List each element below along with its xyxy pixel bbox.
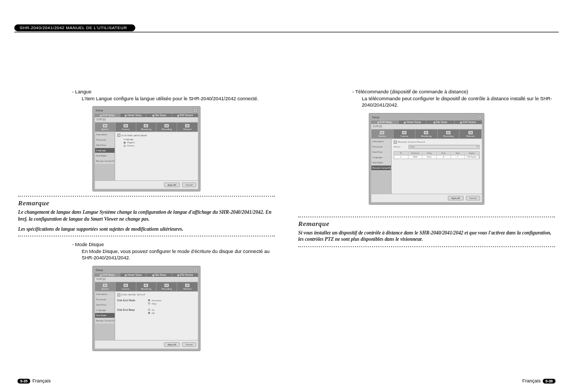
subtab-monitoring[interactable]: Monitoring [136, 123, 157, 132]
side-disk-mode[interactable]: Disk Mode [371, 160, 391, 165]
section-langue-bullet: - Langue [18, 89, 275, 94]
table-row: 1 9600 None 8 1 Full Duplex [394, 155, 479, 159]
right-page: - Télécommande (dispositif de commande à… [286, 33, 573, 373]
tab-viewer-setup[interactable]: Viewer Setup [120, 273, 146, 277]
cancel-button[interactable]: Cancel [182, 342, 196, 347]
col-duplex: Duplex [465, 152, 479, 155]
dvr-select-row[interactable]: DVR [0] [371, 124, 482, 129]
cell-data[interactable]: 8 [437, 155, 451, 159]
tab-sw-version[interactable]: S/W Version [172, 273, 198, 277]
cell-duplex[interactable]: Full Duplex [465, 155, 479, 159]
side-disk-mode[interactable]: Disk Mode [95, 313, 115, 318]
side-password[interactable]: Password [95, 137, 115, 143]
setup-window-title: Setup × [94, 108, 198, 114]
radio-beep-off[interactable]: Off [148, 312, 155, 315]
radio-korean[interactable]: Korean [124, 144, 196, 147]
tab-dvr-setup[interactable]: DVR Setup [94, 114, 120, 117]
tab-viewer-setup[interactable]: Viewer Setup [399, 120, 427, 124]
subtab-recording[interactable]: Recording [438, 129, 460, 138]
tab-sw-version[interactable]: S/W Version [455, 120, 483, 124]
footer-lang-right: Français [522, 378, 541, 384]
folder-icon [117, 293, 120, 297]
disk-end-beep-label: Disk End Beep [117, 308, 143, 315]
remarque-body-2: Les spécifications de langue supportées … [18, 226, 275, 236]
side-date-time[interactable]: Date/Time [95, 143, 115, 148]
side-password[interactable]: Password [95, 297, 115, 302]
setup-window-title-text: Setup [96, 109, 103, 112]
side-password[interactable]: Password [371, 144, 391, 150]
subtab-recording[interactable]: Recording [157, 282, 177, 291]
col-id: ID [394, 152, 409, 155]
radio-overwrite[interactable]: Overwrite [148, 299, 161, 302]
subtab-system[interactable]: System [371, 129, 394, 138]
section-remote-desc: La télécommande peut configurer le dispo… [298, 95, 555, 109]
tab-viewer-setup[interactable]: Viewer Setup [120, 114, 146, 117]
language-label: Language [124, 138, 196, 141]
cell-id[interactable]: 1 [394, 155, 409, 159]
close-icon[interactable]: × [477, 115, 481, 119]
apply-button[interactable]: Apply All [448, 196, 464, 201]
two-page-spread: - Langue L'item Langue configure la lang… [0, 33, 573, 373]
close-icon[interactable]: × [193, 108, 197, 112]
side-language[interactable]: Language [371, 155, 391, 160]
subtab-camera[interactable]: Camera [116, 282, 136, 291]
side-date-time[interactable]: Date/Time [95, 302, 115, 308]
content-pane-remote: Information Password Date/Time Language … [371, 139, 482, 194]
remarque-body-1: Le changement de langue dans Langue Syst… [18, 209, 275, 225]
screenshot-disk-mode: Setup × DVR Setup Viewer Setup Site Setu… [92, 266, 201, 351]
panel-title-language: SYSTEM LANGUAGE [117, 134, 196, 137]
radio-icon [124, 142, 126, 144]
subtab-monitoring[interactable]: Monitoring [415, 129, 438, 138]
side-remote-control[interactable]: Remote Control Device [371, 165, 391, 171]
subtab-camera[interactable]: Camera [116, 123, 136, 132]
footer-right: Français 9-36 [522, 378, 555, 384]
cancel-button[interactable]: Cancel [466, 196, 480, 201]
device-select[interactable]: None [409, 145, 480, 149]
tab-site-setup[interactable]: Site Setup [427, 120, 455, 124]
side-language[interactable]: Language [95, 148, 115, 153]
cell-parity[interactable]: None [422, 155, 437, 159]
tab-site-setup[interactable]: Site Setup [146, 114, 172, 117]
panel-disk-mode: DISK MODE SETUP Disk End Mode Overwrite … [115, 292, 198, 340]
disk-end-mode-label: Disk End Mode [117, 299, 143, 305]
side-remote-control[interactable]: Remote Control Device [95, 318, 115, 324]
side-language[interactable]: Language [95, 308, 115, 313]
remarque-box-left: Remarque Le changement de langue dans La… [18, 196, 275, 237]
side-disk-mode[interactable]: Disk Mode [95, 153, 115, 159]
radio-stop[interactable]: Stop [148, 302, 161, 305]
subtab-camera[interactable]: Camera [394, 129, 416, 138]
tab-sw-version[interactable]: S/W Version [172, 114, 198, 117]
setup-window-title-text: Setup [372, 116, 379, 119]
cell-baudrate[interactable]: 9600 [409, 155, 423, 159]
subtab-network[interactable]: Network [459, 129, 482, 138]
tab-dvr-setup[interactable]: DVR Setup [94, 273, 120, 277]
apply-button[interactable]: Apply All [164, 342, 180, 347]
subtab-monitoring[interactable]: Monitoring [136, 282, 157, 291]
side-information[interactable]: Information [95, 132, 115, 137]
subtab-recording[interactable]: Recording [157, 123, 177, 132]
remarque-title: Remarque [18, 197, 275, 209]
cancel-button[interactable]: Cancel [182, 182, 196, 187]
cell-stop[interactable]: 1 [451, 155, 465, 159]
content-pane-language: Information Password Date/Time Language … [94, 132, 198, 181]
dvr-select-row[interactable]: DVR [0] [94, 117, 198, 123]
panel-title-language-text: SYSTEM LANGUAGE [121, 134, 147, 137]
side-remote-control[interactable]: Remote Control Device [95, 159, 115, 164]
subtab-network[interactable]: Network [177, 282, 198, 291]
tab-site-setup[interactable]: Site Setup [146, 273, 172, 277]
side-date-time[interactable]: Date/Time [371, 150, 391, 155]
col-baudrate: Baudrate [409, 152, 423, 155]
subtab-system[interactable]: System [95, 123, 116, 132]
apply-button[interactable]: Apply All [164, 182, 180, 187]
dvr-select-row[interactable]: DVR [0] [94, 277, 198, 282]
tab-dvr-setup[interactable]: DVR Setup [371, 120, 399, 124]
panel-title-disk: DISK MODE SETUP [117, 293, 196, 297]
subtab-network[interactable]: Network [177, 123, 198, 132]
side-information[interactable]: Information [95, 292, 115, 297]
radio-english[interactable]: English [124, 141, 196, 144]
close-icon[interactable]: × [193, 268, 197, 272]
subtab-system[interactable]: System [95, 282, 116, 291]
footer-left: 9-35 Français [18, 378, 51, 384]
side-information[interactable]: Information [371, 139, 391, 144]
radio-beep-on[interactable]: On [148, 309, 155, 311]
